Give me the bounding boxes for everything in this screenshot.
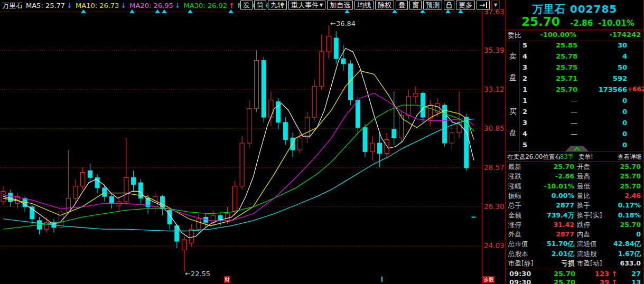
up-arrow-icon: ↑ bbox=[229, 2, 235, 10]
weibi-value: -100.00% bbox=[506, 31, 576, 39]
skip-bar-icon bbox=[486, 2, 487, 8]
order-volume: 0 bbox=[519, 108, 627, 116]
order-volume: 0 bbox=[519, 130, 627, 138]
cai-badge[interactable]: 财 bbox=[224, 276, 230, 283]
btn-fa[interactable]: 发 bbox=[240, 1, 253, 10]
candle-up bbox=[406, 97, 410, 116]
order-tip-hands: 83手 bbox=[560, 153, 574, 161]
btn-window[interactable]: 窗 bbox=[409, 1, 422, 10]
tick-count: 13 bbox=[506, 278, 641, 284]
tick-row: 09:3025.7039↑13 bbox=[506, 278, 644, 284]
stat-value: 25.70 bbox=[506, 172, 641, 180]
buy-row-5[interactable]: 5 0 bbox=[519, 141, 644, 152]
candle-up bbox=[255, 60, 259, 108]
signal-triangle-icon bbox=[81, 10, 86, 13]
btn-skip-end[interactable]: → bbox=[477, 1, 490, 10]
candle-up bbox=[232, 186, 237, 212]
candle-down bbox=[341, 59, 346, 64]
price-annotation: ←22.55 bbox=[185, 270, 210, 278]
sell-row-3[interactable]: 325.7550 bbox=[519, 63, 644, 74]
candle-down bbox=[421, 93, 425, 117]
buy-row-2[interactable]: 2—0 bbox=[519, 108, 644, 119]
candle-down bbox=[110, 196, 114, 203]
candle-up bbox=[312, 86, 316, 117]
order-volume: 0 bbox=[519, 97, 627, 105]
btn-dropdown[interactable]: ▼ bbox=[491, 1, 500, 10]
caret-down-icon: ▼ bbox=[320, 1, 323, 9]
candle-down bbox=[291, 138, 295, 150]
btn-major-events[interactable]: 重大事件▼ bbox=[288, 1, 325, 10]
order-volume: 0 bbox=[519, 141, 627, 149]
candle-up bbox=[450, 132, 454, 143]
tick-count: 27 bbox=[506, 270, 641, 278]
buy-row-1[interactable]: 1—0 bbox=[519, 97, 644, 108]
zhengu-badge[interactable]: 诊股 bbox=[483, 276, 494, 283]
stat-value: 25.70 bbox=[506, 163, 641, 171]
stats-row: 金额739.4万换手[实]0.18% bbox=[506, 211, 644, 221]
price-row: 25.70 -2.86 -10.01% bbox=[506, 15, 644, 30]
stats-row: 总市值51.70亿流通值42.84亿 bbox=[506, 240, 644, 249]
stats-row: 总股本2.01亿流通股1.67亿 bbox=[506, 250, 644, 259]
candle-up bbox=[247, 109, 251, 143]
stats-row: 涨幅-10.01%最低25.70 bbox=[506, 182, 644, 192]
sell-row-2[interactable]: 225.71592 bbox=[519, 74, 644, 86]
down-arrow-icon: ↓ bbox=[120, 2, 126, 10]
btn-add-watchlist[interactable]: 加自选 bbox=[327, 1, 353, 10]
btn-jian[interactable]: 简 bbox=[254, 1, 266, 10]
candle-down bbox=[102, 188, 107, 196]
candle-down bbox=[363, 128, 367, 152]
sell-row-1[interactable]: 125.70173566+662 bbox=[519, 86, 644, 97]
order-tip-text: 在卖盘26.00位置有 bbox=[507, 153, 561, 161]
kline-chart[interactable]: 37.6335.3933.1230.8528.5726.3024.03←36.8… bbox=[0, 0, 505, 284]
view-detail-link[interactable]: 查看详细 bbox=[618, 153, 642, 161]
price-change: -2.86 bbox=[570, 18, 593, 28]
stat-value: 25.70 bbox=[506, 221, 641, 229]
btn-forecast[interactable]: 预测 bbox=[423, 1, 442, 10]
stat-value: 0 bbox=[506, 230, 641, 238]
candle-up bbox=[81, 173, 85, 186]
y-axis-label: 26.30 bbox=[484, 202, 505, 211]
quote-panel: 万里石 002785 25.70 -2.86 -10.01% 委比 -100.0… bbox=[505, 0, 644, 284]
stat-value: 633.0 bbox=[506, 259, 641, 267]
stats-row: 市盈[静]亏损市盈[动]633.0 bbox=[506, 259, 644, 269]
divider bbox=[506, 161, 644, 162]
btn-ma[interactable]: 均线 bbox=[354, 1, 374, 10]
price-annotation: ←36.84 bbox=[330, 20, 356, 27]
candle-up bbox=[226, 214, 230, 221]
order-volume: 0 bbox=[519, 119, 627, 127]
candle-up bbox=[305, 117, 309, 138]
signal-triangle-icon bbox=[392, 10, 397, 13]
divider bbox=[506, 152, 644, 152]
stats-row: 最新25.70开盘25.70 bbox=[506, 163, 644, 172]
y-axis-label: 33.12 bbox=[484, 85, 505, 93]
buy-row-3[interactable]: 3—0 bbox=[519, 119, 644, 130]
toolbar: 发简九转重大事件▼加自选均线除权叠窗预测更多→▼ bbox=[240, 1, 500, 10]
stat-value: 0.17% bbox=[506, 201, 641, 209]
candle-down bbox=[356, 100, 360, 127]
signal-triangle-icon bbox=[129, 10, 135, 13]
y-axis-label: 24.03 bbox=[484, 241, 505, 250]
ma-value-3: MA30: 26.92 bbox=[184, 2, 227, 10]
btn-more[interactable]: 更多 bbox=[456, 1, 475, 10]
stat-value: 0.18% bbox=[506, 211, 641, 219]
sell-row-4[interactable]: 425.784 bbox=[519, 52, 644, 63]
order-volume: 30 bbox=[519, 41, 627, 49]
ma-line-ma5 bbox=[3, 49, 474, 238]
y-axis-label: 35.39 bbox=[484, 46, 505, 54]
btn-overlay[interactable]: 叠 bbox=[396, 1, 408, 10]
stat-value: 2.46 bbox=[506, 192, 641, 200]
order-volume: 50 bbox=[519, 63, 627, 71]
order-tip-text2: 卖单! bbox=[578, 153, 593, 161]
sell-side-label: 卖 bbox=[509, 52, 517, 61]
btn-lock[interactable] bbox=[444, 1, 454, 10]
candle-up bbox=[298, 138, 302, 150]
ma-value-2: MA20: 26.95 bbox=[129, 2, 173, 10]
btn-jiuzhuan[interactable]: 九转 bbox=[268, 1, 287, 10]
stats-row: 总手2877换手0.17% bbox=[506, 201, 644, 211]
btn-exright[interactable]: 除权 bbox=[375, 1, 394, 10]
down-arrow-icon: ↓ bbox=[175, 2, 181, 10]
buy-row-4[interactable]: 4—0 bbox=[519, 130, 644, 141]
candle-down bbox=[377, 143, 381, 154]
sell-row-5[interactable]: 525.8530 bbox=[519, 41, 644, 52]
stat-value: 25.70 bbox=[506, 182, 641, 190]
